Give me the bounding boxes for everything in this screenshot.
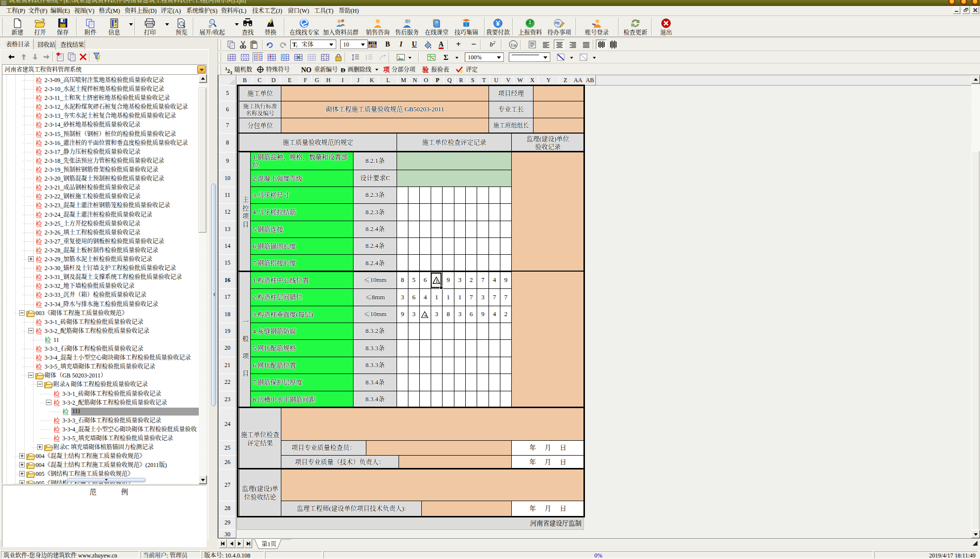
svg-text:r: r (296, 44, 298, 47)
svg-text:1/a: 1/a (511, 43, 516, 47)
svg-text:DVD: DVD (556, 22, 561, 24)
